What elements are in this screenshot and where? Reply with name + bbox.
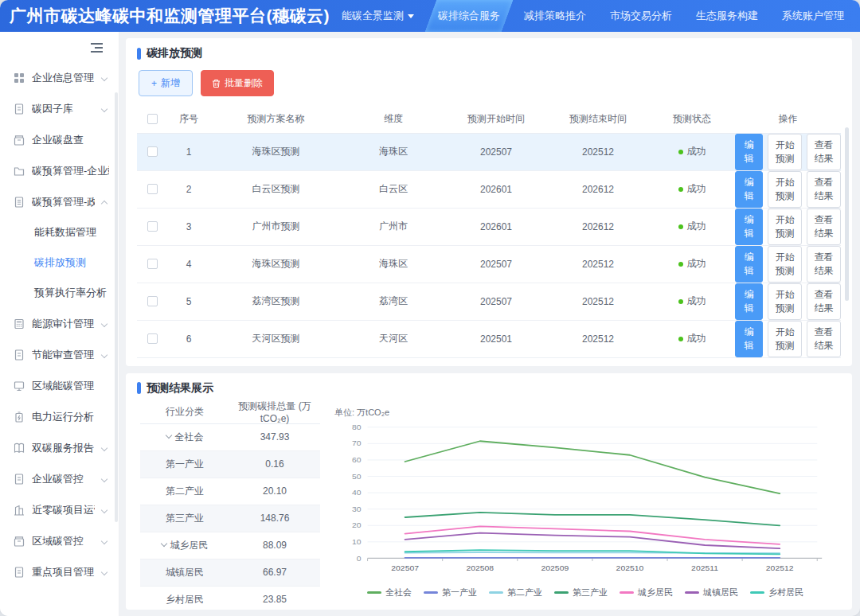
sidebar-collapse-icon[interactable] (91, 43, 103, 53)
table-row[interactable]: 1海珠区预测海珠区202507202512成功编辑开始预测查看结果 (137, 133, 841, 170)
row-checkbox[interactable] (147, 184, 158, 194)
sidebar-item-3[interactable]: 企业碳盘查 (0, 124, 119, 155)
start-forecast-button[interactable]: 开始预测 (768, 246, 802, 283)
sidebar-item-4[interactable]: 碳预算管理-企业端 (0, 155, 119, 186)
checkbox-cell (137, 283, 167, 320)
row-checkbox[interactable] (147, 146, 158, 157)
start-forecast-button[interactable]: 开始预测 (768, 283, 802, 320)
view-result-button[interactable]: 查看结果 (807, 321, 841, 357)
sidebar-item-label: 节能审查管理 (32, 348, 95, 362)
sidebar-item-10[interactable]: 双碳服务报告 (0, 432, 119, 463)
end-time: 202512 (547, 245, 649, 283)
column-header: 预测状态 (649, 106, 735, 133)
legend-item[interactable]: 乡村居民 (750, 587, 803, 598)
column-header: 维度 (342, 106, 445, 133)
row-checkbox[interactable] (147, 296, 158, 306)
table-row[interactable]: 5荔湾区预测荔湾区202507202512成功编辑开始预测查看结果 (137, 283, 841, 320)
sidebar-item-7[interactable]: 节能审查管理 (0, 339, 119, 370)
nav-tab-label: 能碳全景监测 (342, 9, 404, 23)
nav-tab-6[interactable]: 系统账户管理 (770, 0, 856, 32)
sidebar-item-11[interactable]: 企业碳管控 (0, 463, 119, 494)
table-row[interactable]: 6天河区预测天河区202501202512成功编辑开始预测查看结果 (137, 320, 841, 357)
table-scrollbar[interactable] (845, 127, 849, 301)
row-actions: 编辑开始预测查看结果 (735, 209, 841, 245)
start-time: 202507 (445, 133, 547, 170)
row-checkbox[interactable] (147, 259, 158, 269)
table-row[interactable]: 2白云区预测白云区202601202612成功编辑开始预测查看结果 (137, 170, 841, 208)
sidebar-item-label: 电力运行分析 (32, 410, 109, 424)
row-checkbox[interactable] (147, 221, 158, 232)
edit-button[interactable]: 编辑 (735, 134, 763, 170)
legend-item[interactable]: 城乡居民 (620, 587, 673, 598)
status-badge: 成功 (678, 332, 706, 345)
chevron-down-icon[interactable] (160, 540, 166, 547)
nav-tab-1[interactable]: 能碳全景监测 (330, 0, 426, 32)
sidebar-subitem-5-3[interactable]: 预算执行率分析 (0, 278, 119, 308)
edit-button[interactable]: 编辑 (735, 246, 763, 283)
sidebar-subitem-5-1[interactable]: 能耗数据管理 (0, 217, 119, 248)
start-forecast-button[interactable]: 开始预测 (768, 171, 802, 208)
legend-item[interactable]: 城镇居民 (685, 587, 738, 598)
status-cell: 成功 (649, 170, 735, 208)
sidebar-item-12[interactable]: 近零碳项目运营 (0, 494, 119, 525)
sidebar-item-1[interactable]: 企业信息管理 (0, 62, 119, 93)
sidebar-item-8[interactable]: 区域能碳管理 (0, 370, 119, 401)
chevron-down-icon (408, 14, 414, 18)
sidebar-item-6[interactable]: 能源审计管理 (0, 308, 119, 339)
power-icon (14, 411, 25, 423)
actions-cell: 编辑开始预测查看结果 (735, 245, 841, 283)
chevron-down-icon (101, 320, 108, 326)
edit-button[interactable]: 编辑 (735, 171, 763, 208)
success-dot-icon (678, 224, 683, 229)
add-button[interactable]: + 新增 (139, 70, 193, 96)
nav-tab-3[interactable]: 减排策略推介 (512, 0, 598, 32)
view-result-button[interactable]: 查看结果 (807, 209, 841, 245)
nav-tab-5[interactable]: 生态服务构建 (684, 0, 770, 32)
sidebar-item-9[interactable]: 电力运行分析 (0, 401, 119, 432)
edit-button[interactable]: 编辑 (735, 209, 763, 245)
dimension: 天河区 (342, 320, 445, 357)
start-forecast-button[interactable]: 开始预测 (768, 134, 802, 170)
series-line-城乡居民 (405, 526, 780, 544)
nav-tab-2[interactable]: 碳排综合服务 (426, 0, 512, 32)
series-line-全社会 (405, 441, 780, 493)
edit-button[interactable]: 编辑 (735, 283, 763, 320)
sidebar-subitem-5-2[interactable]: 碳排放预测 (0, 248, 119, 278)
sidebar-item-14[interactable]: 重点项目管理 (0, 556, 119, 587)
forecast-panel-title: 碳排放预测 (147, 46, 202, 60)
table-row[interactable]: 3广州市预测广州市202601202612成功编辑开始预测查看结果 (137, 208, 841, 245)
view-result-button[interactable]: 查看结果 (807, 283, 841, 320)
legend-item[interactable]: 第二产业 (489, 587, 542, 598)
row-checkbox[interactable] (147, 333, 158, 344)
chevron-down-icon (101, 105, 108, 111)
legend-item[interactable]: 第三产业 (554, 587, 608, 598)
x-axis-tick: 202507 (391, 563, 419, 571)
status-label: 成功 (687, 145, 706, 158)
select-all-checkbox[interactable] (147, 114, 158, 124)
chevron-down-icon[interactable] (165, 432, 171, 439)
start-time: 202501 (445, 320, 547, 357)
sidebar-item-2[interactable]: 碳因子库 (0, 93, 119, 124)
batch-delete-button[interactable]: 批量删除 (201, 70, 274, 96)
view-result-button[interactable]: 查看结果 (807, 246, 841, 283)
sidebar-item-label: 近零碳项目运营 (32, 503, 95, 517)
sidebar-item-5[interactable]: 碳预算管理-政府端 (0, 186, 119, 217)
legend-item[interactable]: 第一产业 (424, 587, 477, 598)
logout-button[interactable] (856, 10, 860, 22)
sidebar-item-13[interactable]: 区域碳管控 (0, 525, 119, 556)
industry-row: 全社会347.93 (140, 424, 320, 451)
start-forecast-button[interactable]: 开始预测 (768, 321, 802, 357)
view-result-button[interactable]: 查看结果 (807, 134, 841, 170)
chevron-down-icon (101, 74, 108, 80)
nav-tab-4[interactable]: 市场交易分析 (598, 0, 684, 32)
row-index: 3 (167, 208, 210, 245)
sidebar-scrollbar[interactable] (115, 92, 118, 522)
edit-button[interactable]: 编辑 (735, 321, 763, 357)
sidebar: 企业信息管理碳因子库企业碳盘查碳预算管理-企业端碳预算管理-政府端能耗数据管理碳… (0, 32, 119, 616)
table-row[interactable]: 4海珠区预测海珠区202507202512成功编辑开始预测查看结果 (137, 245, 841, 283)
legend-item[interactable]: 全社会 (367, 587, 412, 598)
folder-icon (14, 166, 25, 177)
start-forecast-button[interactable]: 开始预测 (768, 209, 802, 245)
view-result-button[interactable]: 查看结果 (807, 171, 841, 208)
row-actions: 编辑开始预测查看结果 (735, 134, 841, 170)
